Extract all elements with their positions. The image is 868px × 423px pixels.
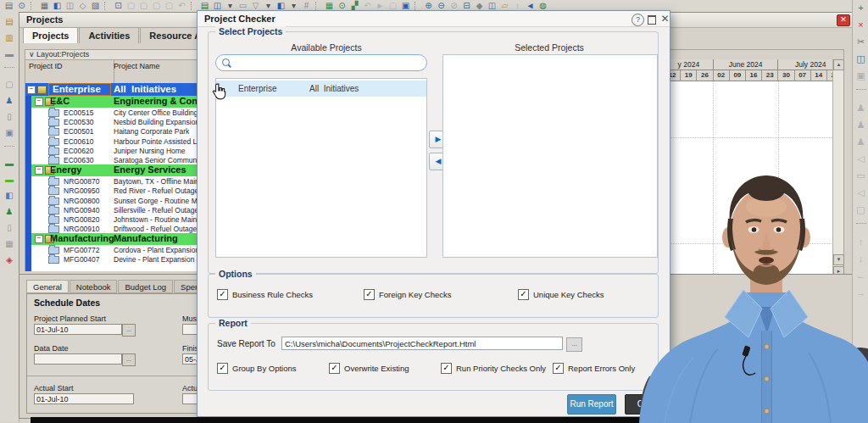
planned-start-input[interactable] xyxy=(34,324,122,335)
planned-start-label: Project Planned Start xyxy=(34,314,106,323)
user-green-icon[interactable]: ♟ xyxy=(4,207,15,217)
view-details-icon[interactable]: ◧ xyxy=(52,1,63,11)
checkbox-label: Unique Key Checks xyxy=(533,290,604,299)
save-report-path-input[interactable] xyxy=(281,337,563,350)
selected-projects-label: Selected Projects xyxy=(442,42,656,53)
screen: ▤⊙▦◧◫◇▨⊡▢▢▢▢↶▤◫▾▭▽▾◧▾#▦⊙▞↶►▢▣⊕⊖⊘⊟◆◫▱↑◄◍ … xyxy=(0,0,868,423)
doc-c-icon[interactable]: ▢ xyxy=(151,1,162,11)
briefcase-icon[interactable]: ▤ xyxy=(4,17,15,27)
checkbox-unique-key-checks[interactable]: ✓Unique Key Checks xyxy=(518,289,604,300)
tab-projects[interactable]: Projects xyxy=(23,27,78,43)
planned-start-browse-button[interactable]: ... xyxy=(122,324,136,337)
checkbox-foreign-key-checks[interactable]: ✓Foreign Key Checks xyxy=(364,289,452,300)
toolbar-separator xyxy=(415,2,420,10)
cubes-icon[interactable]: ◧ xyxy=(4,191,15,201)
left-toolbar: ▤▥▬▢♟▯▣▬▬◧♟▯▦◈ xyxy=(0,12,19,422)
alert-icon[interactable]: ◈ xyxy=(4,255,15,265)
checkbox-run-priority-checks-only[interactable]: ✓Run Priority Checks Only xyxy=(441,363,546,374)
details-tab-notebook[interactable]: Notebook xyxy=(70,280,118,293)
picture-icon[interactable]: ▣ xyxy=(4,128,15,138)
project-name: Devine - Plant Expansion & M xyxy=(114,255,209,264)
undo-icon[interactable]: ↶ xyxy=(176,1,187,11)
details-tab-budget-log[interactable]: Budget Log xyxy=(118,280,173,293)
checkbox-group-by-options[interactable]: ✓Group By Options xyxy=(217,363,297,374)
user-icon[interactable]: ♟ xyxy=(4,96,15,106)
checkmark-icon: ✓ xyxy=(217,289,228,300)
checkbox-label: Report Errors Only xyxy=(568,364,635,373)
available-projects-label: Available Projects xyxy=(215,42,437,53)
folder-open-icon[interactable]: ▥ xyxy=(4,33,15,43)
paste-icon[interactable]: ▣ xyxy=(855,70,866,81)
checkbox-business-rule-checks[interactable]: ✓Business Rule Checks xyxy=(217,289,313,300)
band-icon[interactable]: ▭ xyxy=(855,170,866,181)
checkbox-overwrite-existing[interactable]: ✓Overwrite Existing xyxy=(329,363,409,374)
select-tool-icon[interactable]: ◇ xyxy=(77,1,88,11)
right-toolbar: +×✂◫▣♟♟♟◁▭◁▢↑↓←→ xyxy=(852,0,868,420)
help-icon[interactable]: ? xyxy=(632,14,644,26)
available-projects-list[interactable]: Enterprise All Initiatives xyxy=(215,78,427,258)
checkbox-report-errors-only[interactable]: ✓Report Errors Only xyxy=(553,363,635,374)
move-down-icon[interactable]: ↓ xyxy=(855,253,866,264)
tab-activities[interactable]: Activities xyxy=(79,27,139,43)
doc-d-icon[interactable]: ▢ xyxy=(164,1,175,11)
document-icon[interactable]: ▯ xyxy=(4,223,15,233)
cut-icon[interactable]: ✂ xyxy=(855,36,866,47)
selected-projects-list[interactable] xyxy=(442,54,658,258)
column-header-project-id[interactable]: Project ID xyxy=(25,60,114,84)
bar-lime-icon[interactable]: ▬ xyxy=(4,175,15,185)
project-search-input[interactable] xyxy=(215,54,427,71)
scroll-down-icon[interactable]: ▼ xyxy=(833,254,844,265)
bar-green-icon[interactable]: ▬ xyxy=(4,159,15,169)
scroll-up-icon[interactable]: ▲ xyxy=(833,59,844,70)
trace-logic-icon[interactable]: ▨ xyxy=(90,1,101,11)
window-title: Projects xyxy=(26,14,63,25)
gantt-scrollbar[interactable]: ▲ ▼ ► xyxy=(832,59,843,277)
project-id: NRG00800 xyxy=(64,197,100,205)
column-header-project-name[interactable]: Project Name xyxy=(110,60,201,84)
print-icon[interactable]: ▤ xyxy=(3,1,14,11)
add-icon[interactable]: + xyxy=(855,3,866,13)
toolbar-separator xyxy=(856,223,866,228)
folder-icon xyxy=(48,119,59,126)
assign-left-2-icon[interactable]: ◁ xyxy=(855,187,866,198)
checkbox-label: Foreign Key Checks xyxy=(379,290,452,299)
page-gray-icon[interactable]: ▢ xyxy=(855,204,866,214)
pin-icon[interactable]: ▬ xyxy=(4,49,15,59)
move-right-icon[interactable]: → xyxy=(855,287,866,298)
resources-icon[interactable]: ♟ xyxy=(855,120,866,130)
project-name: Baytown, TX - Offline Mainten xyxy=(114,177,209,186)
close-button[interactable]: Close xyxy=(625,394,671,415)
details-tab-general[interactable]: General xyxy=(26,280,69,293)
project-id: NRG00950 xyxy=(64,186,100,195)
doc-b-icon[interactable]: ▢ xyxy=(138,1,149,11)
actual-start-input[interactable] xyxy=(34,393,134,404)
folder-icon xyxy=(48,225,59,233)
folder-icon xyxy=(48,187,59,195)
doc-a-icon[interactable]: ▢ xyxy=(125,1,136,11)
data-date-browse-button[interactable]: ... xyxy=(122,353,136,366)
delete-icon[interactable]: × xyxy=(855,19,866,30)
run-report-button[interactable]: Run Report xyxy=(567,394,616,415)
notebook-icon[interactable]: ▯ xyxy=(4,112,15,122)
assign-left-icon[interactable]: ◁ xyxy=(855,153,866,164)
move-left-icon[interactable]: ← xyxy=(855,270,866,281)
dialog-close-icon[interactable]: ✕ xyxy=(659,14,670,25)
folder-icon xyxy=(48,157,59,164)
view-table-icon[interactable]: ▦ xyxy=(39,1,50,11)
window-close-icon[interactable]: ✕ xyxy=(837,14,850,26)
search-zoom-icon[interactable]: ⊙ xyxy=(16,1,27,11)
resource-icon[interactable]: ♟ xyxy=(855,103,866,113)
link-icon[interactable]: ◫ xyxy=(64,1,75,11)
maximize-icon[interactable] xyxy=(646,14,657,25)
list-item-enterprise[interactable]: Enterprise All Initiatives xyxy=(216,81,426,97)
project-id: MFG00772 xyxy=(64,246,100,254)
data-date-input[interactable] xyxy=(34,353,122,365)
move-up-icon[interactable]: ↑ xyxy=(855,237,866,247)
copy-icon[interactable]: ◫ xyxy=(855,53,866,64)
data-date-label: Data Date xyxy=(34,344,69,353)
browse-button[interactable]: ... xyxy=(566,337,582,352)
find-window-icon[interactable]: ⊡ xyxy=(113,1,124,11)
table-icon[interactable]: ▦ xyxy=(4,239,15,249)
folder-icon[interactable]: ▢ xyxy=(4,80,15,90)
role-icon[interactable]: ♟ xyxy=(855,136,866,147)
